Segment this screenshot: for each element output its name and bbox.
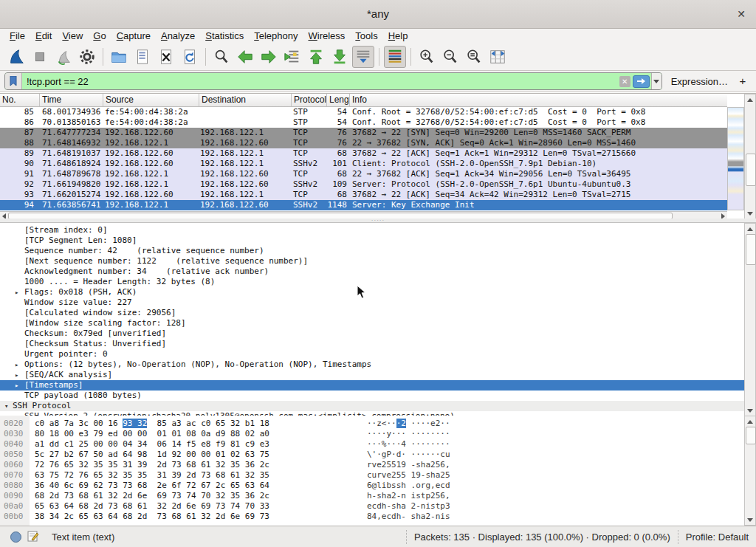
menu-help[interactable]: Help bbox=[383, 29, 413, 43]
go-to-packet-icon[interactable] bbox=[281, 46, 303, 68]
filter-clear-icon[interactable]: ✕ bbox=[619, 76, 630, 87]
expander-icon[interactable]: ▸ bbox=[15, 359, 18, 370]
expander-icon[interactable]: ▾ bbox=[4, 401, 8, 411]
display-filter-input[interactable]: !tcp.port == 22 ✕ bbox=[4, 72, 662, 90]
scroll-down-icon[interactable] bbox=[745, 209, 755, 218]
col-source[interactable]: Source bbox=[103, 94, 199, 106]
col-no[interactable]: No. bbox=[0, 94, 40, 106]
zoom-out-icon[interactable] bbox=[439, 46, 461, 68]
find-packet-icon[interactable] bbox=[210, 46, 233, 68]
detail-line[interactable]: Checksum: 0x79ed [unverified] bbox=[0, 328, 756, 339]
scroll-up-icon[interactable] bbox=[745, 95, 755, 104]
menu-go[interactable]: Go bbox=[88, 29, 111, 43]
table-row[interactable]: 8771.647777234192.168.122.60192.168.122.… bbox=[0, 128, 727, 138]
menu-statistics[interactable]: Statistics bbox=[200, 29, 249, 43]
menu-tools[interactable]: Tools bbox=[350, 29, 382, 43]
detail-line[interactable]: [Stream index: 0] bbox=[0, 225, 756, 235]
col-info[interactable]: Info bbox=[350, 94, 727, 106]
hex-row[interactable]: 00b038 34 2c 65 63 64 68 2d 73 68 61 32 … bbox=[0, 512, 756, 522]
scroll-up-icon[interactable] bbox=[745, 417, 755, 426]
hex-vertical-scrollbar[interactable] bbox=[744, 416, 756, 526]
col-length[interactable]: Length bbox=[327, 94, 350, 106]
hex-row[interactable]: 0040a1 dd c1 25 00 00 04 34 06 14 f5 e8 … bbox=[0, 439, 756, 450]
detail-vertical-scrollbar[interactable] bbox=[744, 223, 756, 416]
detail-line-selected[interactable]: ▸[Timestamps] bbox=[0, 380, 756, 391]
detail-line[interactable]: [Window size scaling factor: 128] bbox=[0, 318, 756, 328]
expander-icon[interactable]: ▸ bbox=[15, 287, 18, 297]
detail-line[interactable]: ▸Flags: 0x018 (PSH, ACK) bbox=[0, 287, 756, 297]
expert-info-icon[interactable] bbox=[10, 531, 21, 543]
hex-row[interactable]: 00505c 27 b2 67 50 ad 64 98 1d 92 00 00 … bbox=[0, 450, 756, 460]
table-row[interactable]: 8871.648146932192.168.122.1192.168.122.6… bbox=[0, 138, 727, 148]
detail-line[interactable]: [Calculated window size: 29056] bbox=[0, 308, 756, 318]
scroll-down-icon[interactable] bbox=[745, 406, 755, 415]
zoom-in-icon[interactable] bbox=[416, 46, 438, 68]
col-time[interactable]: Time bbox=[40, 94, 103, 106]
detail-line[interactable]: [TCP Segment Len: 1080] bbox=[0, 235, 756, 246]
detail-line[interactable]: [Next sequence number: 1122 (relative se… bbox=[0, 256, 756, 266]
close-window-icon[interactable]: ✕ bbox=[734, 7, 749, 21]
table-row-selected[interactable]: 9471.663856741192.168.122.1192.168.122.6… bbox=[0, 200, 727, 210]
menu-file[interactable]: File bbox=[4, 29, 30, 43]
packet-minimap-scrollbar[interactable] bbox=[727, 107, 744, 210]
table-row[interactable]: 8670.013850163fe:54:00:d4:38:2aSTP54Conf… bbox=[0, 117, 727, 128]
col-protocol[interactable]: Protocol bbox=[292, 94, 327, 106]
hex-row[interactable]: 009068 2d 73 68 61 32 2d 6e 69 73 74 70 … bbox=[0, 491, 756, 501]
open-file-folder-icon[interactable] bbox=[108, 46, 130, 68]
scroll-down-icon[interactable] bbox=[745, 515, 755, 524]
go-back-icon[interactable] bbox=[234, 46, 256, 68]
status-profile[interactable]: Profile: Default bbox=[678, 530, 756, 544]
detail-line[interactable]: Sequence number: 42 (relative sequence n… bbox=[0, 246, 756, 256]
expander-icon[interactable]: ▸ bbox=[15, 370, 18, 380]
table-row[interactable]: 9371.662015274192.168.122.60192.168.122.… bbox=[0, 190, 727, 200]
filter-bookmark-icon[interactable] bbox=[5, 73, 22, 89]
close-file-icon[interactable] bbox=[155, 46, 177, 68]
go-forward-icon[interactable] bbox=[258, 46, 280, 68]
detail-line[interactable]: ▸Options: (12 bytes), No-Operation (NOP)… bbox=[0, 359, 756, 370]
menu-wireless[interactable]: Wireless bbox=[303, 29, 351, 43]
detail-line[interactable]: TCP payload (1080 bytes) bbox=[0, 391, 756, 401]
filter-text[interactable]: !tcp.port == 22 bbox=[22, 76, 619, 87]
menu-edit[interactable]: Edit bbox=[30, 29, 57, 43]
scrollbar-thumb[interactable] bbox=[746, 427, 756, 444]
expander-icon[interactable]: ▸ bbox=[15, 380, 18, 391]
save-file-icon[interactable] bbox=[131, 46, 154, 68]
table-row[interactable]: 8568.001734936fe:54:00:d4:38:2aSTP54Conf… bbox=[0, 107, 727, 117]
hex-row[interactable]: 00a065 63 64 68 2d 73 68 61 32 2d 6e 69 … bbox=[0, 501, 756, 512]
table-row[interactable]: 8971.648191037192.168.122.60192.168.122.… bbox=[0, 148, 727, 159]
detail-line[interactable]: Window size value: 227 bbox=[0, 297, 756, 308]
start-capture-fin-icon[interactable] bbox=[5, 46, 27, 68]
scrollbar-thumb[interactable] bbox=[746, 234, 756, 265]
detail-line[interactable]: Acknowledgment number: 34 (relative ack … bbox=[0, 266, 756, 277]
zoom-reset-icon[interactable] bbox=[463, 46, 485, 68]
scroll-up-icon[interactable] bbox=[745, 224, 755, 233]
table-row[interactable]: 9071.648618924192.168.122.60192.168.122.… bbox=[0, 159, 727, 169]
filter-apply-icon[interactable] bbox=[633, 75, 650, 88]
table-row[interactable]: 9171.648789678192.168.122.1192.168.122.6… bbox=[0, 169, 727, 179]
menu-view[interactable]: View bbox=[57, 29, 88, 43]
packet-list-vertical-scrollbar[interactable] bbox=[744, 94, 756, 219]
auto-scroll-icon[interactable] bbox=[352, 46, 374, 68]
stop-capture-icon[interactable] bbox=[29, 46, 51, 68]
hex-row[interactable]: 007063 75 72 76 65 32 35 35 31 39 2d 73 … bbox=[0, 470, 756, 481]
hex-row[interactable]: 003080 18 00 e3 79 ed 00 00 01 01 08 0a … bbox=[0, 429, 756, 439]
detail-line[interactable]: 1000 .... = Header Length: 32 bytes (8) bbox=[0, 277, 756, 287]
col-destination[interactable]: Destination bbox=[199, 94, 292, 106]
expression-button[interactable]: Expression… bbox=[671, 76, 728, 87]
scrollbar-thumb[interactable] bbox=[746, 154, 756, 186]
restart-capture-icon[interactable] bbox=[52, 46, 75, 68]
menu-analyze[interactable]: Analyze bbox=[156, 29, 200, 43]
capture-options-gear-icon[interactable] bbox=[76, 46, 98, 68]
detail-line[interactable]: Urgent pointer: 0 bbox=[0, 349, 756, 359]
hex-row[interactable]: 0020c0 a8 7a 3c 00 16 93 32 85 a3 ac c0 … bbox=[0, 419, 756, 429]
add-filter-button[interactable]: + bbox=[735, 74, 750, 89]
go-to-bottom-icon[interactable] bbox=[329, 46, 351, 68]
reload-file-icon[interactable] bbox=[179, 46, 201, 68]
filter-history-dropdown-icon[interactable] bbox=[651, 73, 662, 89]
detail-line[interactable]: [Checksum Status: Unverified] bbox=[0, 339, 756, 349]
capture-comment-icon[interactable] bbox=[27, 531, 38, 544]
resize-columns-icon[interactable] bbox=[487, 46, 509, 68]
detail-line[interactable]: ▸[SEQ/ACK analysis] bbox=[0, 370, 756, 380]
table-row[interactable]: 9271.661949820192.168.122.1192.168.122.6… bbox=[0, 179, 727, 190]
menu-capture[interactable]: Capture bbox=[111, 29, 156, 43]
